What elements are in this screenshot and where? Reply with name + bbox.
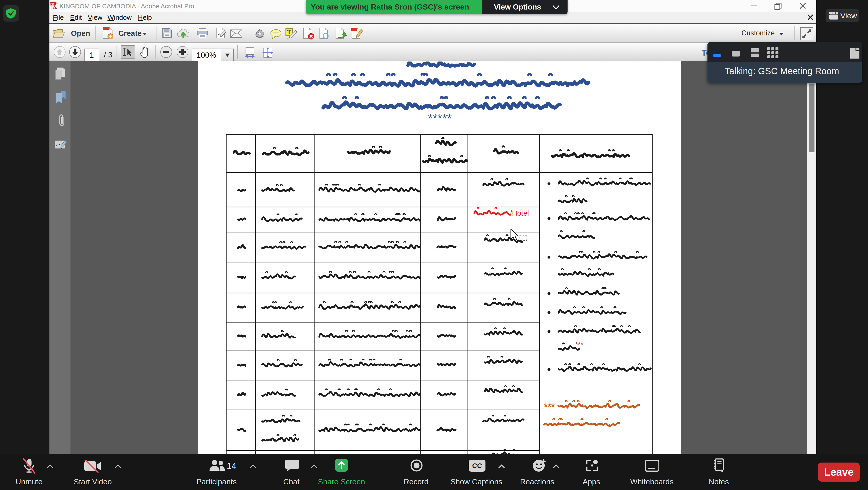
- svg-text:*****: *****: [428, 111, 452, 125]
- svg-text:/Hotel: /Hotel: [510, 209, 529, 217]
- svg-text:***: ***: [544, 402, 555, 412]
- svg-text:PDF: PDF: [50, 2, 55, 5]
- svg-text:T: T: [287, 29, 291, 35]
- svg-text:***: ***: [575, 341, 583, 348]
